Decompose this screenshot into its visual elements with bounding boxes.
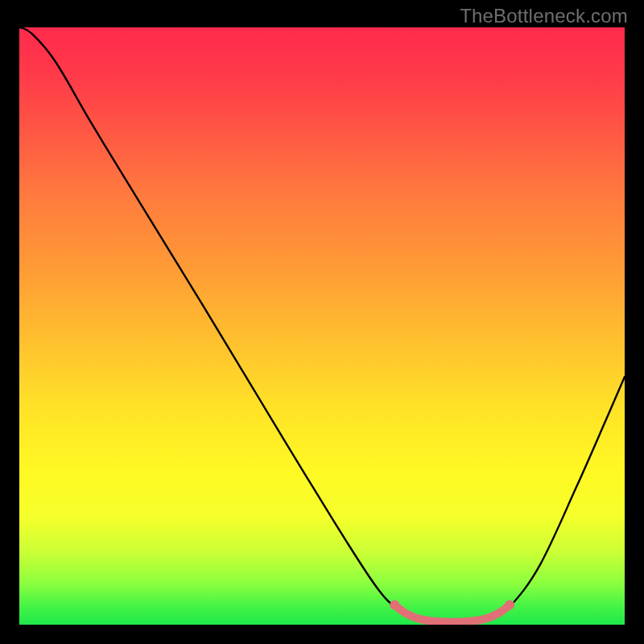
segment-end-dot bbox=[505, 601, 514, 610]
plot-area bbox=[19, 27, 625, 625]
segment-end-dot bbox=[390, 601, 399, 610]
curve-svg bbox=[19, 27, 625, 625]
chart-frame: TheBottleneck.com bbox=[0, 0, 644, 644]
segment-dots bbox=[390, 601, 514, 610]
optimal-segment bbox=[394, 605, 510, 622]
bottleneck-curve bbox=[19, 27, 625, 624]
attribution-label: TheBottleneck.com bbox=[460, 5, 628, 27]
